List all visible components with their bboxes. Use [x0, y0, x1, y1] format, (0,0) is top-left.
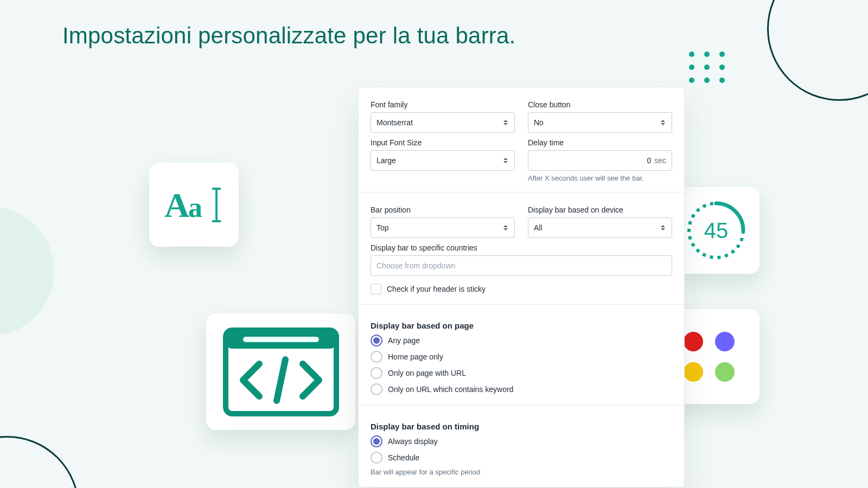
decor-arc-top-right — [767, 0, 868, 101]
select-input-font-size-value: Large — [376, 156, 396, 165]
label-close-button: Close button — [528, 100, 672, 109]
svg-line-8 — [277, 359, 285, 401]
chevron-updown-icon — [502, 118, 509, 127]
radio-page-any-label: Any page — [388, 336, 420, 345]
label-delay-time: Delay time — [528, 138, 672, 147]
feature-card-timer: 45 — [673, 187, 760, 274]
input-delay-time-value: 0 — [647, 156, 651, 165]
label-input-font-size: Input Font Size — [371, 138, 515, 147]
checkbox-sticky-header-label: Check if your header is sticky — [387, 285, 486, 293]
radio-icon — [371, 351, 382, 363]
radio-timing-always[interactable]: Always display — [371, 435, 672, 447]
select-close-button[interactable]: No — [528, 112, 672, 133]
select-display-device[interactable]: All — [528, 217, 672, 238]
chevron-updown-icon — [660, 223, 666, 232]
chevron-updown-icon — [660, 118, 666, 127]
timing-help-cutoff: Bar will appear for a specific period — [371, 468, 672, 476]
checkbox-sticky-header[interactable]: Check if your header is sticky — [371, 284, 672, 294]
radio-icon — [371, 435, 382, 447]
section-title-page: Display bar based on page — [371, 321, 672, 330]
decor-soft-circle-left — [0, 195, 65, 347]
label-font-family: Font family — [371, 100, 515, 109]
feature-card-code — [206, 313, 355, 430]
select-font-family-value: Montserrat — [376, 118, 413, 127]
radio-page-keyword-label: Only on URL which contains keyword — [388, 385, 513, 394]
radio-icon — [371, 335, 382, 346]
label-bar-position: Bar position — [371, 206, 515, 214]
radio-page-url-label: Only on page with URL — [388, 369, 466, 377]
help-delay-time: After X seconds user will see the bar. — [528, 174, 672, 182]
select-display-device-value: All — [534, 223, 542, 232]
label-display-device: Display bar based on device — [528, 206, 672, 214]
radio-timing-schedule-label: Schedule — [388, 453, 419, 462]
feature-card-typography: A a — [149, 163, 239, 247]
radio-icon — [371, 452, 382, 464]
select-countries-placeholder: Choose from dropdown — [376, 261, 456, 270]
radio-page-home[interactable]: Home page only — [371, 351, 672, 363]
select-input-font-size[interactable]: Large — [371, 150, 515, 171]
page-title: Impostazioni personalizzate per la tua b… — [62, 23, 515, 49]
input-delay-time[interactable]: 0 sec — [528, 150, 672, 171]
section-title-timing: Display bar based on timing — [371, 422, 672, 431]
swatch-red — [684, 332, 703, 351]
settings-panel: Font family Montserrat Close button No I… — [358, 87, 685, 487]
decor-dot-grid — [689, 52, 727, 83]
svg-rect-7 — [243, 337, 319, 342]
radio-page-keyword[interactable]: Only on URL which contains keyword — [371, 383, 672, 395]
label-countries: Display bar to specific countries — [371, 243, 672, 252]
swatch-yellow — [684, 362, 703, 382]
svg-text:A: A — [164, 186, 189, 224]
swatch-green — [715, 362, 735, 382]
radio-icon — [371, 367, 382, 379]
input-delay-time-suffix: sec — [654, 156, 666, 165]
select-font-family[interactable]: Montserrat — [371, 112, 515, 133]
svg-text:a: a — [188, 192, 202, 223]
timer-icon: 45 — [684, 198, 749, 263]
swatch-violet — [715, 332, 735, 351]
chevron-updown-icon — [502, 223, 509, 232]
radio-page-any[interactable]: Any page — [371, 335, 672, 346]
radio-timing-always-label: Always display — [388, 437, 438, 446]
radio-icon — [371, 383, 382, 395]
code-window-icon — [221, 326, 341, 418]
radio-page-home-label: Home page only — [388, 352, 443, 361]
radio-page-url[interactable]: Only on page with URL — [371, 367, 672, 379]
select-bar-position[interactable]: Top — [371, 217, 515, 238]
select-countries[interactable]: Choose from dropdown — [371, 255, 672, 276]
select-close-button-value: No — [534, 118, 544, 127]
select-bar-position-value: Top — [376, 223, 389, 232]
typography-icon: A a — [164, 183, 224, 227]
radio-timing-schedule[interactable]: Schedule — [371, 452, 672, 464]
chevron-updown-icon — [502, 156, 509, 165]
checkbox-icon — [371, 284, 381, 294]
decor-arc-bottom-left — [0, 436, 79, 488]
timer-value: 45 — [704, 219, 729, 242]
